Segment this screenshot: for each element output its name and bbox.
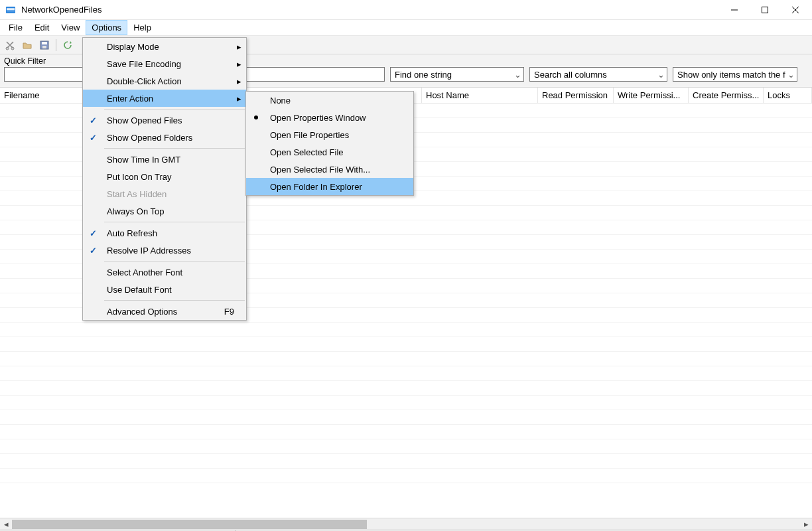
col-locks[interactable]: Locks	[764, 88, 812, 103]
col-write-permission[interactable]: Write Permissi...	[614, 88, 689, 103]
filter-search-value: Search all columns	[534, 70, 607, 80]
menuitem-display-mode[interactable]: Display Mode ▸	[83, 38, 246, 55]
scroll-right-icon[interactable]: ▸	[800, 518, 812, 530]
menu-help[interactable]: Help	[127, 20, 157, 35]
menubar: File Edit View Options Help	[0, 20, 812, 36]
table-row	[0, 337, 812, 352]
maximize-button[interactable]	[750, 0, 780, 20]
menu-options[interactable]: Options	[86, 20, 127, 35]
horizontal-scrollbar[interactable]: ◂ ▸	[0, 518, 812, 530]
cut-icon[interactable]	[3, 38, 17, 52]
menuitem-open-selected-file[interactable]: Open Selected File	[246, 143, 413, 161]
col-read-permission[interactable]: Read Permission	[538, 88, 614, 103]
menuitem-advanced[interactable]: Advanced Options F9	[83, 303, 246, 320]
menuitem-time-gmt[interactable]: Show Time In GMT	[83, 151, 246, 168]
close-button[interactable]	[780, 0, 811, 20]
check-icon: ✓	[90, 246, 97, 256]
submenu-arrow-icon: ▸	[236, 38, 242, 55]
check-icon: ✓	[90, 115, 97, 125]
table-row	[0, 366, 812, 381]
menuitem-open-properties-window[interactable]: Open Properties Window	[246, 109, 413, 126]
menuitem-start-hidden: Start As Hidden	[83, 185, 246, 202]
menuitem-open-selected-file-with[interactable]: Open Selected File With...	[246, 161, 413, 178]
app-icon	[5, 5, 16, 15]
filter-search-dropdown[interactable]: Search all columns ⌄	[529, 67, 667, 82]
menu-separator	[104, 300, 245, 301]
submenu-arrow-icon: ▸	[236, 55, 242, 72]
minimize-button[interactable]	[719, 0, 750, 20]
menu-separator	[104, 109, 245, 110]
menuitem-open-file-properties[interactable]: Open File Properties	[246, 126, 413, 143]
titlebar: NetworkOpenedFiles	[0, 0, 812, 20]
filter-show-dropdown[interactable]: Show only items match the f ⌄	[673, 67, 797, 82]
scroll-track[interactable]	[12, 518, 800, 530]
menu-view[interactable]: View	[55, 20, 86, 35]
svg-rect-12	[42, 46, 46, 48]
check-icon: ✓	[90, 133, 97, 143]
svg-rect-2	[7, 9, 15, 10]
table-row	[0, 410, 812, 425]
submenu-arrow-icon: ▸	[236, 90, 242, 107]
table-row	[0, 425, 812, 439]
table-row	[0, 323, 812, 337]
window-controls	[719, 0, 811, 20]
check-icon: ✓	[90, 228, 97, 238]
chevron-down-icon: ⌄	[513, 70, 522, 80]
filter-find-value: Find one string	[395, 70, 452, 80]
svg-rect-5	[762, 7, 768, 13]
menuitem-open-folder-in-explorer[interactable]: Open Folder In Explorer	[246, 178, 413, 195]
scroll-left-icon[interactable]: ◂	[0, 518, 12, 530]
menu-file[interactable]: File	[3, 20, 29, 35]
menu-separator	[104, 148, 245, 149]
menuitem-put-icon[interactable]: Put Icon On Tray	[83, 168, 246, 185]
col-create-permission[interactable]: Create Permiss...	[689, 88, 764, 103]
menuitem-show-opened-folders[interactable]: ✓ Show Opened Folders	[83, 129, 246, 146]
save-icon[interactable]	[37, 38, 52, 52]
enter-action-submenu: None Open Properties Window Open File Pr…	[245, 91, 414, 196]
table-row	[0, 352, 812, 366]
folder-icon[interactable]	[20, 38, 34, 52]
menuitem-none[interactable]: None	[246, 92, 413, 109]
scroll-thumb[interactable]	[12, 520, 367, 529]
menuitem-show-opened-files[interactable]: ✓ Show Opened Files	[83, 112, 246, 129]
menuitem-double-click[interactable]: Double-Click Action ▸	[83, 72, 246, 90]
chevron-down-icon: ⌄	[786, 70, 795, 80]
menuitem-enter-action[interactable]: Enter Action ▸	[83, 90, 246, 107]
menuitem-select-font[interactable]: Select Another Font	[83, 264, 246, 281]
menuitem-default-font[interactable]: Use Default Font	[83, 281, 246, 298]
col-host-name[interactable]: Host Name	[422, 88, 538, 103]
filter-find-dropdown[interactable]: Find one string ⌄	[390, 67, 524, 82]
table-row	[0, 454, 812, 469]
submenu-arrow-icon: ▸	[236, 72, 242, 90]
table-row	[0, 396, 812, 410]
menuitem-save-encoding[interactable]: Save File Encoding ▸	[83, 55, 246, 72]
menuitem-resolve-ip[interactable]: ✓ Resolve IP Addresses	[83, 242, 246, 259]
menu-separator	[104, 261, 245, 262]
table-row	[0, 469, 812, 483]
menuitem-always-on-top[interactable]: Always On Top	[83, 202, 246, 220]
toolbar-separator	[56, 39, 56, 51]
menu-edit[interactable]: Edit	[29, 20, 55, 35]
options-menu: Display Mode ▸ Save File Encoding ▸ Doub…	[82, 37, 247, 321]
refresh-icon[interactable]	[60, 38, 75, 52]
filter-show-value: Show only items match the f	[677, 70, 785, 80]
table-row	[0, 439, 812, 454]
svg-rect-11	[42, 42, 47, 44]
radio-icon	[254, 115, 258, 119]
svg-rect-1	[7, 8, 15, 9]
menu-separator	[104, 222, 245, 222]
menuitem-auto-refresh[interactable]: ✓ Auto Refresh	[83, 224, 246, 242]
chevron-down-icon: ⌄	[656, 70, 665, 80]
svg-rect-3	[7, 11, 15, 11]
shortcut-label: F9	[211, 307, 234, 317]
table-row	[0, 381, 812, 396]
window-title: NetworkOpenedFiles	[21, 5, 719, 15]
